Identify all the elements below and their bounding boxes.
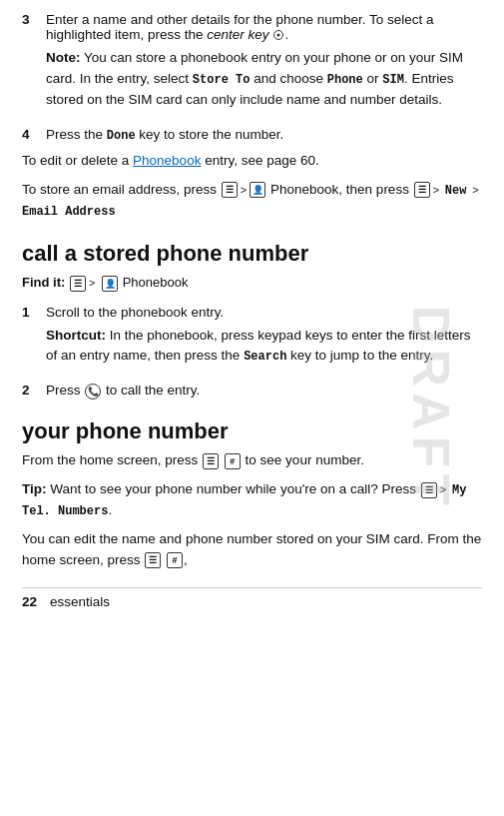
store-email-para: To store an email address, press ☰>👤 Pho… [22, 180, 482, 222]
center-key-icon [273, 30, 283, 40]
step-4-number: 4 [22, 127, 40, 142]
store-to-code: Store To [193, 73, 251, 87]
section1-step-1-block: 1 Scroll to the phonebook entry. Shortcu… [22, 305, 482, 376]
page-number: 22 [22, 594, 50, 609]
section1-heading: call a stored phone number [22, 240, 482, 268]
step-3-text-after: . [284, 27, 288, 42]
tip-text: Want to see your phone number while you'… [47, 481, 420, 496]
step-4-text-after: key to store the number. [136, 127, 284, 142]
footer-bar: 22 essentials [22, 587, 482, 609]
edit-text2: entry, see page 60. [201, 153, 318, 168]
step-4-block: 4 Press the Done key to store the number… [22, 127, 482, 143]
find-gt: > [89, 277, 95, 289]
menu-icon-s2: ☰ [203, 453, 219, 469]
section1-step2-text-before: Press [46, 383, 84, 398]
note-text2: and choose [250, 71, 326, 86]
edit-text1: To edit or delete a [22, 153, 133, 168]
call-icon: 📞 [85, 384, 101, 400]
find-it-text: Phonebook [119, 275, 188, 290]
step-4-text-before: Press the [46, 127, 107, 142]
step-4-content: Press the Done key to store the number. [46, 127, 482, 143]
edit-para: To edit or delete a Phonebook entry, see… [22, 151, 482, 172]
section2-para2-text: You can edit the name and phone number s… [22, 531, 481, 567]
phonebook-icon-find: 👤 [102, 276, 118, 292]
section1-step1-num: 1 [22, 305, 40, 320]
gt3: > [472, 184, 478, 196]
shortcut-text2: key to jump to the entry. [286, 348, 433, 363]
done-code: Done [107, 129, 136, 143]
phone-code: Phone [327, 73, 363, 87]
menu-icon-2: ☰ [414, 182, 430, 198]
step-3-content: Enter a name and other details for the p… [46, 12, 482, 119]
email-address-label: Email Address [22, 205, 116, 219]
menu-icon-1: ☰ [222, 182, 238, 198]
new-label: New [445, 184, 467, 198]
phonebook-link[interactable]: Phonebook [133, 153, 201, 168]
sim-code: SIM [382, 73, 404, 87]
hash-icon-p2: # [167, 552, 183, 568]
note-text3: or [363, 71, 383, 86]
gt2: > [433, 184, 439, 196]
shortcut-label: Shortcut: [46, 328, 106, 343]
section2-heading: your phone number [22, 417, 482, 445]
tip-text2: . [108, 502, 112, 517]
tip-label: Tip: [22, 481, 47, 496]
section1-step2-num: 2 [22, 383, 40, 398]
phonebook-icon-1: 👤 [250, 182, 265, 198]
step-3-block: 3 Enter a name and other details for the… [22, 12, 482, 119]
store-email-text1: To store an email address, press [22, 182, 221, 197]
section2-para1-after: to see your number. [242, 452, 364, 467]
menu-icon-tip: ☰ [421, 482, 437, 498]
section2-para2: You can edit the name and phone number s… [22, 529, 482, 571]
section1-step1-text: Scroll to the phonebook entry. [46, 305, 224, 320]
note-label: Note: [46, 50, 81, 65]
find-it-bar: Find it: ☰> 👤 Phonebook [22, 273, 482, 293]
section1-step-2-block: 2 Press 📞 to call the entry. [22, 383, 482, 399]
footer-label: essentials [50, 594, 110, 609]
tip-gt: > [440, 483, 446, 495]
tip-block: Tip: Want to see your phone number while… [22, 479, 482, 521]
section1-step2-content: Press 📞 to call the entry. [46, 383, 482, 399]
section1-step1-content: Scroll to the phonebook entry. Shortcut:… [46, 305, 482, 376]
hash-icon-s2: # [225, 453, 241, 469]
section2-para1-before: From the home screen, press [22, 452, 202, 467]
search-code: Search [244, 350, 286, 364]
gt1: > [241, 184, 247, 196]
section2-para2-end: , [184, 552, 188, 567]
note-block: Note: You can store a phonebook entry on… [46, 48, 482, 111]
section1-step2-text-after: to call the entry. [106, 383, 200, 398]
shortcut-block: Shortcut: In the phonebook, press keypad… [46, 326, 482, 368]
find-it-label: Find it: [22, 275, 65, 290]
step-3-italic: center key [207, 27, 268, 42]
store-email-text2: Phonebook, then press [266, 182, 412, 197]
section2-para1: From the home screen, press ☰ # to see y… [22, 450, 482, 471]
step-3-number: 3 [22, 12, 40, 27]
page-container: 3 Enter a name and other details for the… [0, 0, 504, 629]
menu-icon-find: ☰ [70, 276, 86, 292]
menu-icon-p2: ☰ [145, 552, 161, 568]
